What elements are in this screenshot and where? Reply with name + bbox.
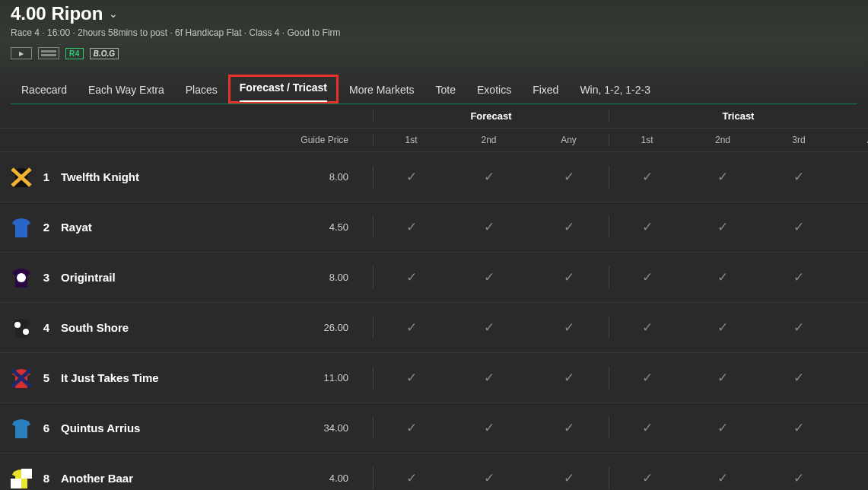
select-t2[interactable]: ✓: [685, 320, 761, 336]
select-t1[interactable]: ✓: [609, 467, 685, 489]
select-t2[interactable]: ✓: [685, 420, 761, 436]
runner-number: 6: [41, 422, 52, 434]
select-t1[interactable]: ✓: [609, 266, 685, 288]
runner-name[interactable]: Quintus Arrius: [61, 422, 140, 434]
select-f1[interactable]: ✓: [373, 417, 449, 439]
select-t3[interactable]: ✓: [761, 269, 837, 285]
runner-number: 3: [41, 271, 52, 284]
svg-rect-3: [21, 469, 32, 479]
select-t2[interactable]: ✓: [685, 470, 761, 486]
select-f2[interactable]: ✓: [449, 420, 529, 436]
col-tricast-2nd: 2nd: [685, 135, 761, 145]
silk-icon: [11, 218, 32, 237]
select-tany[interactable]: ✓: [837, 169, 868, 185]
silk-icon: [11, 167, 32, 187]
select-fany[interactable]: ✓: [529, 169, 609, 185]
col-forecast-any: Any: [529, 135, 609, 145]
select-t1[interactable]: ✓: [609, 166, 685, 188]
runner-name[interactable]: Another Baar: [61, 472, 133, 485]
col-forecast-2nd: 2nd: [449, 135, 529, 145]
select-f2[interactable]: ✓: [449, 269, 529, 285]
select-f2[interactable]: ✓: [449, 370, 529, 386]
race-header: 4.00 Ripon ⌄ Race 4 · 16:00 · 2hours 58m…: [0, 0, 868, 104]
select-t1[interactable]: ✓: [609, 317, 685, 339]
tab-tote[interactable]: Tote: [425, 76, 466, 103]
guide-price: 26.00: [251, 322, 373, 333]
subtitles-icon[interactable]: [38, 47, 59, 59]
select-f2[interactable]: ✓: [449, 219, 529, 235]
select-fany[interactable]: ✓: [529, 420, 609, 436]
select-f1[interactable]: ✓: [373, 467, 449, 489]
select-f1[interactable]: ✓: [373, 166, 449, 188]
tab-racecard[interactable]: Racecard: [11, 76, 78, 103]
runner-name[interactable]: Origintrail: [61, 271, 116, 284]
silk-icon: [11, 268, 32, 288]
runner-name[interactable]: Rayat: [61, 221, 92, 234]
runner-number: 8: [41, 472, 52, 485]
runner-row: 8 Another Baar 4.00 ✓✓✓✓✓✓✓: [0, 453, 868, 490]
select-tany[interactable]: ✓: [837, 370, 868, 386]
select-f1[interactable]: ✓: [373, 317, 449, 339]
select-t2[interactable]: ✓: [685, 169, 761, 185]
select-tany[interactable]: ✓: [837, 470, 868, 486]
select-t2[interactable]: ✓: [685, 219, 761, 235]
runner-row: 4 South Shore 26.00 ✓✓✓✓✓✓✓: [0, 303, 868, 353]
svg-point-1: [14, 322, 21, 328]
select-tany[interactable]: ✓: [837, 219, 868, 235]
chevron-down-icon[interactable]: ⌄: [109, 8, 118, 20]
market-tabs: RacecardEach Way ExtraPlacesForecast / T…: [11, 75, 857, 104]
tab-more-markets[interactable]: More Markets: [339, 76, 425, 103]
runner-number: 4: [41, 321, 52, 334]
tab-win-1-2-1-2-3[interactable]: Win, 1-2, 1-2-3: [569, 76, 661, 103]
select-fany[interactable]: ✓: [529, 269, 609, 285]
guide-price: 4.50: [251, 221, 373, 233]
tab-fixed[interactable]: Fixed: [522, 76, 569, 103]
tab-forecast-tricast[interactable]: Forecast / Tricast: [228, 75, 339, 103]
runner-name[interactable]: South Shore: [61, 321, 129, 334]
select-tany[interactable]: ✓: [837, 269, 868, 285]
race-title[interactable]: 4.00 Ripon: [11, 3, 103, 24]
select-t3[interactable]: ✓: [761, 169, 837, 185]
runner-name[interactable]: Twelfth Knight: [61, 170, 139, 183]
select-f2[interactable]: ✓: [449, 470, 529, 486]
select-t2[interactable]: ✓: [685, 269, 761, 285]
select-t1[interactable]: ✓: [609, 417, 685, 439]
section-header: Forecast Tricast: [0, 104, 868, 129]
guide-price: 8.00: [251, 272, 373, 283]
tab-each-way-extra[interactable]: Each Way Extra: [78, 76, 175, 103]
select-f1[interactable]: ✓: [373, 367, 449, 389]
select-fany[interactable]: ✓: [529, 370, 609, 386]
tab-exotics[interactable]: Exotics: [466, 76, 522, 103]
select-t3[interactable]: ✓: [761, 470, 837, 486]
svg-rect-4: [11, 479, 21, 488]
silk-icon: [11, 469, 32, 488]
col-guide-price: Guide Price: [251, 135, 373, 145]
play-icon[interactable]: [11, 47, 32, 59]
select-f1[interactable]: ✓: [373, 216, 449, 238]
select-tany[interactable]: ✓: [837, 420, 868, 436]
select-t3[interactable]: ✓: [761, 219, 837, 235]
select-fany[interactable]: ✓: [529, 320, 609, 336]
select-t1[interactable]: ✓: [609, 367, 685, 389]
r4-badge: R4: [65, 48, 84, 59]
select-fany[interactable]: ✓: [529, 219, 609, 235]
select-t1[interactable]: ✓: [609, 216, 685, 238]
select-f1[interactable]: ✓: [373, 266, 449, 288]
runner-row: 2 Rayat 4.50 ✓✓✓✓✓✓✓: [0, 202, 868, 253]
guide-price: 4.00: [251, 473, 373, 484]
tab-places[interactable]: Places: [175, 76, 228, 103]
runner-number: 2: [41, 221, 52, 234]
runner-number: 5: [41, 371, 52, 384]
col-tricast-any: Any: [837, 135, 868, 145]
runner-number: 1: [41, 170, 52, 183]
select-fany[interactable]: ✓: [529, 470, 609, 486]
select-t2[interactable]: ✓: [685, 370, 761, 386]
guide-price: 11.00: [251, 372, 373, 383]
select-t3[interactable]: ✓: [761, 420, 837, 436]
runner-name[interactable]: It Just Takes Time: [61, 371, 159, 384]
select-f2[interactable]: ✓: [449, 169, 529, 185]
select-tany[interactable]: ✓: [837, 320, 868, 336]
select-t3[interactable]: ✓: [761, 320, 837, 336]
select-t3[interactable]: ✓: [761, 370, 837, 386]
select-f2[interactable]: ✓: [449, 320, 529, 336]
